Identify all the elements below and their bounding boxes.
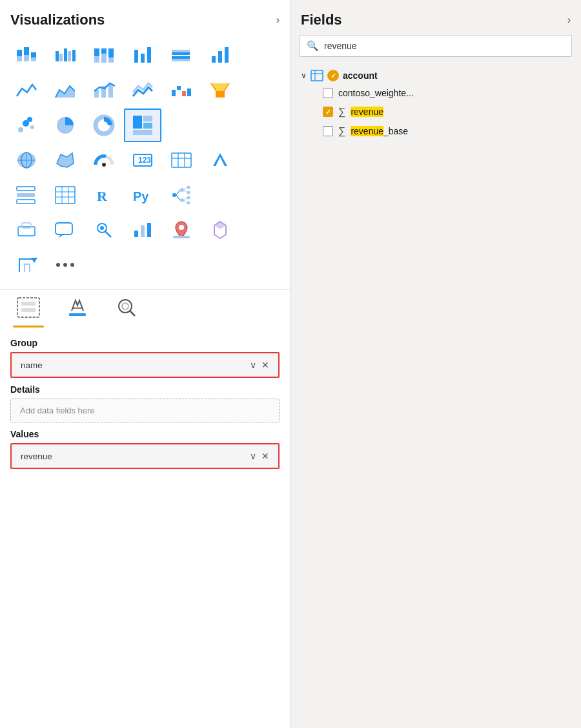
svg-rect-6 [56,51,59,61]
svg-rect-8 [64,48,67,61]
group-value: name [21,360,43,370]
svg-rect-9 [68,51,71,61]
viz-icon-more[interactable] [46,248,84,282]
svg-line-83 [184,200,187,203]
viz-icon-bar2[interactable] [124,213,161,247]
svg-point-97 [56,263,60,267]
svg-rect-25 [218,51,222,63]
values-close-icon[interactable]: ✕ [261,451,269,461]
viz-icon-fabric[interactable] [201,213,239,247]
viz-icon-waterfall[interactable] [163,74,200,107]
viz-icon-gauge[interactable] [85,143,123,177]
viz-icon-stacked-col[interactable] [163,39,200,72]
viz-icon-treemap[interactable] [124,109,161,142]
svg-rect-63 [17,200,35,203]
svg-rect-18 [141,54,145,63]
group-close-icon[interactable]: ✕ [261,360,269,370]
viz-icon-python[interactable]: Py [124,178,161,212]
svg-point-94 [179,225,184,230]
fields-panel-title: Fields [301,12,342,28]
svg-rect-10 [72,50,76,61]
viz-icon-bar-chart[interactable] [124,39,161,72]
viz-icon-slicer[interactable] [8,178,45,212]
viz-icon-stacked-bar-100[interactable] [85,39,123,72]
svg-point-72 [180,188,184,192]
tab-fields[interactable] [13,296,44,330]
details-drop-zone[interactable]: Add data fields here [10,399,280,422]
viz-icon-area-chart[interactable] [46,74,84,107]
revenue-base-checkbox[interactable] [323,126,333,136]
viz-icon-line-col[interactable] [85,74,123,107]
svg-rect-32 [177,86,181,90]
viz-icon-ribbon-chart[interactable] [124,74,161,107]
details-label: Details [10,384,280,395]
svg-rect-92 [141,225,145,237]
viz-icon-pin-map[interactable] [163,213,200,247]
fields-panel-chevron[interactable]: › [567,14,571,26]
tree-group-account: ∨ ✓ account contoso_weighte... ∑ re [300,67,572,141]
svg-rect-17 [134,50,138,63]
viz-icon-speech-bubble[interactable] [46,213,84,247]
svg-rect-85 [22,223,31,228]
tree-field-revenue-base[interactable]: ∑ revenue_base [320,121,572,141]
svg-rect-24 [212,56,216,63]
viz-icon-dot-map[interactable] [85,213,123,247]
viz-icon-decomp-tree[interactable] [163,178,200,212]
contoso-checkbox[interactable] [323,88,333,98]
svg-rect-21 [172,50,190,52]
viz-icon-clustered-bar[interactable] [46,39,84,72]
viz-icon-table[interactable] [163,143,200,177]
svg-rect-31 [172,90,176,96]
viz-icon-card[interactable]: 123 [124,143,161,177]
svg-point-39 [30,125,34,129]
svg-line-80 [184,187,187,190]
viz-panel-title: Visualizations [10,12,105,28]
revenue-checkbox[interactable] [323,107,333,117]
viz-icon-scatter[interactable] [8,109,45,142]
viz-icon-map[interactable] [8,143,45,177]
svg-rect-14 [101,54,107,63]
viz-icon-line-chart[interactable] [8,74,45,107]
svg-line-82 [184,198,187,200]
viz-icon-funnel[interactable] [201,74,239,107]
tree-group-header-account[interactable]: ∨ ✓ account [300,67,572,84]
details-placeholder: Add data fields here [20,406,95,415]
values-chevron-icon[interactable]: ∨ [250,451,256,461]
group-drop-zone[interactable]: name ∨ ✕ [10,352,280,378]
tree-children-account: contoso_weighte... ∑ revenue ∑ revenue_b… [300,84,572,141]
svg-rect-3 [24,55,29,61]
group-label: Group [10,338,280,348]
svg-rect-55 [172,153,191,167]
tree-field-revenue[interactable]: ∑ revenue [320,102,572,121]
viz-icon-kpi[interactable] [201,143,239,177]
viz-icon-arrows[interactable] [8,248,45,282]
fields-search-box[interactable]: 🔍 [300,35,572,57]
table-icon [311,70,323,81]
fields-tree: ∨ ✓ account contoso_weighte... ∑ re [290,65,581,146]
tab-format[interactable] [62,296,93,330]
viz-icon-shape-map[interactable] [46,143,84,177]
revenue-base-field-name: revenue_base [351,126,408,136]
viz-icon-stacked-bar[interactable] [8,39,45,72]
values-drop-zone[interactable]: revenue ∨ ✕ [10,443,280,469]
tree-field-contoso[interactable]: contoso_weighte... [320,84,572,102]
svg-rect-1 [17,56,22,61]
viz-icon-r-visual[interactable]: R [85,178,123,212]
svg-rect-103 [69,313,86,316]
svg-text:R: R [97,188,108,204]
search-input[interactable] [324,41,565,51]
svg-point-40 [27,117,32,122]
svg-rect-23 [172,59,190,61]
svg-rect-102 [21,308,36,312]
group-chevron-icon[interactable]: ∨ [250,360,256,370]
viz-panel-chevron[interactable]: › [276,14,280,26]
viz-icon-pie-chart[interactable] [46,109,84,142]
svg-rect-86 [56,223,72,234]
viz-icon-donut-chart[interactable] [85,109,123,142]
viz-icon-custom1[interactable] [8,213,45,247]
viz-icon-col-chart[interactable] [201,39,239,72]
viz-icon-matrix[interactable] [46,178,84,212]
tab-analytics[interactable] [111,296,142,330]
values-label: Values [10,429,280,439]
svg-point-89 [100,226,104,230]
